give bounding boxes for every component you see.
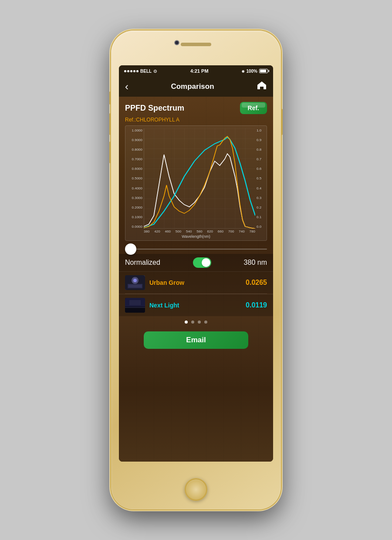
y-left-label-1: 0.9000 (132, 138, 142, 142)
svg-rect-7 (128, 285, 142, 287)
x-label-460: 460 (165, 230, 171, 233)
x-label-620: 620 (207, 230, 213, 233)
email-button[interactable]: Email (144, 331, 248, 349)
y-left-label-6: 0.4000 (132, 186, 142, 190)
signal-dot-3 (130, 70, 132, 72)
y-right-label-1: 0.9 (257, 138, 261, 142)
y-left-label-8: 0.2000 (132, 206, 142, 209)
chart-container: 1.0000 0.9000 0.8000 0.7000 0.6000 0.500… (125, 125, 267, 241)
y-left-label-2: 0.8000 (132, 148, 142, 152)
signal-dot-4 (133, 70, 135, 72)
x-label-540: 540 (186, 230, 192, 233)
wavelength-slider[interactable] (125, 249, 267, 250)
volume-up-button[interactable] (109, 113, 111, 135)
chart-svg-container: PPFD (144, 128, 255, 229)
bluetooth-icon: ⎈ (242, 69, 244, 74)
y-right-label-3: 0.7 (257, 157, 261, 161)
x-label-660: 660 (218, 230, 223, 233)
y-right-label-5: 0.5 (257, 176, 261, 180)
phone-screen: BELL ⊙ 4:21 PM ⎈ 100% ‹ Comparison (119, 65, 273, 462)
x-label-580: 580 (196, 230, 202, 233)
battery-fill (260, 70, 266, 72)
earpiece-speaker (181, 43, 211, 46)
main-content: PPFD Spectrum Ref. Ref.:CHLOROPHYLL A 1.… (119, 97, 273, 462)
email-section: Email (119, 328, 273, 355)
page-title: Comparison (171, 82, 214, 91)
wifi-icon: ⊙ (153, 69, 157, 74)
wavelength-value: 380 nm (244, 259, 267, 267)
normalized-label: Normalized (125, 259, 160, 267)
signal-dot-1 (124, 70, 126, 72)
signal-dots (124, 70, 139, 72)
next-light-value: 0.0119 (246, 301, 267, 309)
svg-rect-10 (129, 300, 141, 305)
power-button[interactable] (281, 109, 283, 135)
normalized-toggle[interactable] (193, 257, 211, 268)
ppfd-title: PPFD Spectrum (125, 104, 184, 113)
y-axis-left: 1.0000 0.9000 0.8000 0.7000 0.6000 0.500… (127, 128, 144, 229)
page-dot-4[interactable] (204, 321, 207, 324)
urban-grow-thumbnail (125, 275, 145, 290)
y-right-label-2: 0.8 (257, 148, 261, 152)
status-right: ⎈ 100% (242, 69, 268, 74)
toggle-knob (202, 258, 210, 267)
y-left-label-10: 0.0000 (132, 225, 142, 229)
y-right-label-0: 1.0 (257, 128, 261, 132)
x-label-700: 700 (228, 230, 234, 233)
ref-label: Ref.:CHLOROPHYLL A (125, 117, 267, 123)
slider-thumb[interactable] (125, 243, 136, 255)
y-left-label-3: 0.7000 (132, 157, 142, 161)
y-right-label-8: 0.2 (257, 206, 261, 209)
x-label-780: 780 (250, 230, 255, 233)
y-right-label-10: 0.0 (257, 225, 261, 229)
x-axis-area: 380 420 460 500 540 580 620 660 700 740 … (127, 229, 265, 233)
rear-camera (174, 40, 179, 45)
silent-switch[interactable] (109, 91, 111, 105)
y-right-label-9: 0.1 (257, 215, 261, 219)
normalized-row: Normalized 380 nm (119, 254, 273, 271)
list-item[interactable]: Next Light 0.0119 (119, 294, 273, 316)
x-label-740: 740 (239, 230, 244, 233)
list-item[interactable]: Urban Grow 0.0265 (119, 271, 273, 294)
volume-down-button[interactable] (109, 142, 111, 163)
y-left-label-0: 1.0000 (132, 128, 142, 132)
y-left-label-9: 0.1000 (132, 215, 142, 219)
svg-rect-0 (144, 128, 255, 229)
svg-point-5 (133, 279, 137, 282)
urban-grow-value: 0.0265 (246, 279, 267, 287)
carrier-label: BELL (140, 69, 152, 74)
phone-shell: BELL ⊙ 4:21 PM ⎈ 100% ‹ Comparison (111, 30, 281, 510)
next-light-name: Next Light (149, 302, 241, 309)
y-right-label-6: 0.4 (257, 186, 261, 190)
signal-dot-5 (136, 70, 139, 72)
back-button[interactable]: ‹ (125, 81, 128, 93)
chart-wrapper: 1.0000 0.9000 0.8000 0.7000 0.6000 0.500… (127, 128, 265, 229)
x-axis-unit: Wavelength(nm) (127, 234, 265, 239)
nav-bar: ‹ Comparison (119, 77, 273, 97)
y-right-label-7: 0.3 (257, 196, 261, 200)
battery-icon (259, 69, 268, 73)
x-label-420: 420 (154, 230, 160, 233)
y-left-label-5: 0.5000 (132, 176, 142, 180)
svg-rect-11 (125, 307, 145, 313)
status-left: BELL ⊙ (124, 69, 157, 74)
y-title-right: Relative intensity (255, 154, 255, 180)
page-dot-3[interactable] (198, 321, 201, 324)
signal-dot-2 (127, 70, 129, 72)
home-button[interactable] (185, 478, 207, 501)
urban-grow-name: Urban Grow (149, 279, 241, 286)
slider-section (119, 244, 273, 254)
y-right-label-4: 0.6 (257, 167, 261, 171)
ref-button[interactable]: Ref. (240, 102, 267, 114)
page-dot-2[interactable] (191, 321, 194, 324)
spectrum-chart (144, 128, 255, 229)
x-label-380: 380 (144, 230, 149, 233)
ppfd-header: PPFD Spectrum Ref. (125, 102, 267, 114)
y-left-label-7: 0.3000 (132, 196, 142, 200)
ppfd-section: PPFD Spectrum Ref. Ref.:CHLOROPHYLL A 1.… (119, 97, 273, 244)
y-left-label-4: 0.6000 (132, 167, 142, 171)
status-bar: BELL ⊙ 4:21 PM ⎈ 100% (119, 65, 273, 77)
home-icon[interactable] (257, 81, 267, 93)
page-dot-1[interactable] (185, 321, 188, 324)
y-axis-right: 1.0 0.9 0.8 0.7 0.6 0.5 0.4 0.3 0.2 0.1 … (255, 128, 265, 229)
